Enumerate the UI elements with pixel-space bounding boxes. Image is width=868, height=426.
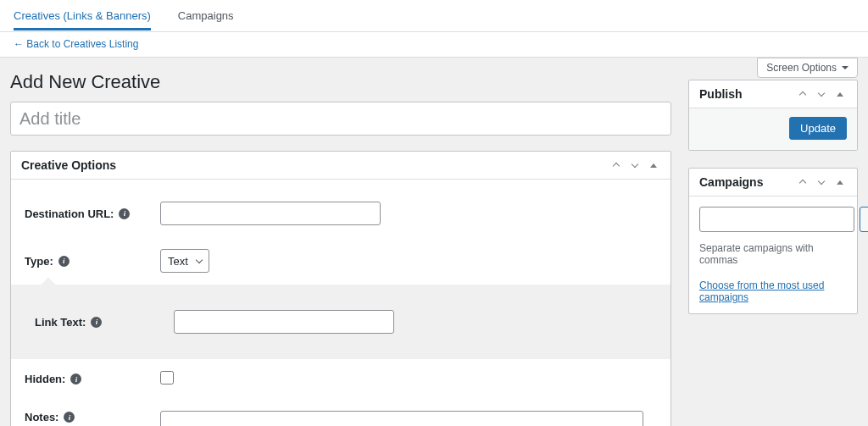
caret-down-icon — [842, 66, 849, 69]
campaigns-heading: Campaigns — [699, 175, 763, 189]
link-text-label: Link Text: — [35, 316, 86, 329]
type-row: Type: i Text — [21, 237, 660, 285]
move-up-icon[interactable] — [796, 87, 810, 101]
publish-box: Publish Update — [688, 80, 858, 151]
choose-most-used-campaigns-link[interactable]: Choose from the most used campaigns — [699, 279, 847, 303]
creative-options-header: Creative Options — [11, 152, 670, 180]
info-icon[interactable]: i — [91, 317, 102, 328]
tab-creatives[interactable]: Creatives (Links & Banners) — [14, 1, 151, 30]
hidden-checkbox[interactable] — [160, 371, 174, 385]
tab-campaigns[interactable]: Campaigns — [178, 1, 234, 30]
type-select[interactable]: Text — [160, 249, 209, 273]
screen-options-button[interactable]: Screen Options — [757, 58, 858, 78]
collapse-icon[interactable] — [833, 175, 847, 189]
type-label: Type: — [25, 255, 53, 268]
chevron-down-icon — [196, 257, 203, 263]
notes-row: Notes: i — [21, 399, 660, 426]
move-up-icon[interactable] — [609, 158, 623, 172]
campaigns-box: Campaigns Add Separate campaigns with co… — [688, 168, 858, 314]
creative-options-heading: Creative Options — [21, 158, 116, 172]
link-text-input[interactable] — [174, 310, 394, 334]
collapse-icon[interactable] — [647, 158, 660, 172]
page-title: Add New Creative — [10, 71, 671, 93]
info-icon[interactable]: i — [64, 412, 75, 423]
publish-heading: Publish — [699, 87, 743, 101]
notes-label: Notes: — [25, 411, 58, 423]
move-up-icon[interactable] — [796, 175, 810, 189]
hidden-label: Hidden: — [25, 373, 65, 385]
hidden-row: Hidden: i — [21, 359, 660, 399]
back-bar: ← Back to Creatives Listing — [0, 32, 868, 58]
campaigns-input[interactable] — [699, 207, 854, 232]
tab-bar: Creatives (Links & Banners) Campaigns — [0, 0, 868, 32]
type-select-value: Text — [168, 255, 188, 268]
update-button[interactable]: Update — [789, 117, 847, 140]
notes-textarea[interactable] — [160, 411, 643, 426]
info-icon[interactable]: i — [58, 256, 70, 267]
destination-url-input[interactable] — [160, 202, 381, 225]
info-icon[interactable]: i — [119, 208, 130, 219]
move-down-icon[interactable] — [815, 175, 828, 189]
add-campaign-button[interactable]: Add — [860, 207, 868, 232]
destination-url-label: Destination URL: — [25, 207, 114, 220]
back-to-listing-link[interactable]: ← Back to Creatives Listing — [14, 38, 138, 50]
screen-options-label: Screen Options — [766, 62, 837, 74]
move-down-icon[interactable] — [815, 87, 828, 101]
info-icon[interactable]: i — [70, 373, 81, 385]
title-input[interactable] — [10, 102, 671, 136]
destination-url-row: Destination URL: i — [21, 190, 660, 237]
publish-header: Publish — [689, 80, 857, 108]
move-down-icon[interactable] — [628, 158, 642, 172]
campaigns-note: Separate campaigns with commas — [699, 242, 847, 266]
link-text-row: Link Text: i — [11, 285, 670, 359]
collapse-icon[interactable] — [833, 87, 847, 101]
creative-options-box: Creative Options Destination URL: i — [10, 151, 671, 426]
screen-options-wrap: Screen Options — [757, 58, 858, 78]
campaigns-header: Campaigns — [689, 169, 857, 196]
